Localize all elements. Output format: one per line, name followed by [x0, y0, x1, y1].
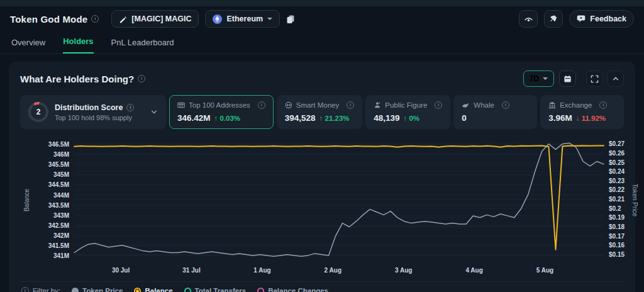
holder-stat-cards: 2 Distribution Scorei Top 100 hold 98% s…: [20, 95, 624, 129]
svg-text:30 Jul: 30 Jul: [112, 267, 130, 274]
svg-text:3 Aug: 3 Aug: [395, 267, 412, 274]
svg-text:31 Jul: 31 Jul: [182, 267, 201, 274]
pin-icon: [549, 14, 558, 23]
distribution-score-card[interactable]: 2 Distribution Scorei Top 100 hold 98% s…: [20, 95, 166, 129]
grid-icon: [177, 101, 185, 109]
top-strip: [0, 0, 644, 6]
collapse-button[interactable]: [607, 70, 624, 87]
pencil-icon: [119, 15, 127, 23]
card-change: ↓ 11.92%: [576, 115, 606, 122]
holders-panel: What Are Holders Doing? i 7D 2 Distribut…: [9, 62, 635, 292]
svg-text:344.5M: 344.5M: [48, 181, 69, 188]
info-icon[interactable]: i: [91, 15, 99, 23]
svg-text:$0.22: $0.22: [609, 186, 625, 193]
card-top-100-addresses[interactable]: Top 100 Addresses i 346.42M ↑ 0.03%: [169, 95, 274, 129]
svg-text:$0.24: $0.24: [609, 168, 625, 175]
legend-balance-changes[interactable]: Balance Changes: [257, 287, 328, 292]
svg-text:343M: 343M: [53, 212, 69, 219]
info-icon[interactable]: i: [502, 101, 509, 109]
copy-icon[interactable]: [286, 14, 295, 24]
svg-text:5 Aug: 5 Aug: [536, 267, 553, 274]
holders-chart[interactable]: 346.5M346M345.5M345M344.5M344M343.5M343M…: [20, 134, 624, 280]
watch-button[interactable]: [519, 10, 538, 28]
svg-text:342.5M: 342.5M: [48, 222, 69, 229]
card-change: ↑ 0.03%: [214, 115, 241, 122]
card-whale[interactable]: Whale i 0: [453, 95, 537, 129]
svg-text:344M: 344M: [53, 192, 69, 199]
card-value: 48,139: [374, 113, 399, 123]
fullscreen-button[interactable]: [586, 70, 603, 87]
svg-text:$0.23: $0.23: [609, 177, 625, 184]
legend-balance[interactable]: Balance: [134, 287, 172, 292]
tab-pnl-leaderboard[interactable]: PnL Leaderboard: [111, 38, 174, 53]
card-value: 346.42M: [177, 113, 211, 123]
svg-text:$0.2: $0.2: [609, 205, 621, 212]
chevron-down-icon: [543, 77, 548, 80]
card-change: ↑ 0%: [404, 115, 420, 122]
legend-total-transfers[interactable]: Total Transfers: [184, 287, 247, 292]
card-value: 0: [462, 113, 467, 123]
ethereum-icon: [213, 14, 222, 24]
svg-text:4 Aug: 4 Aug: [465, 267, 482, 274]
legend-token-price[interactable]: Token Price: [72, 287, 123, 292]
balance-price-chart[interactable]: 346.5M346M345.5M345M344.5M344M343.5M343M…: [20, 134, 641, 278]
info-icon[interactable]: i: [126, 104, 134, 111]
svg-text:342M: 342M: [53, 232, 69, 239]
nerd-face-icon: [285, 101, 292, 109]
tab-bar: Overview Holders PnL Leaderboard: [0, 31, 644, 54]
feedback-button[interactable]: Feedback: [569, 10, 634, 28]
svg-text:$0.15: $0.15: [609, 251, 625, 258]
info-icon[interactable]: i: [347, 101, 354, 109]
tab-overview[interactable]: Overview: [11, 38, 45, 53]
balance-changes-dot-icon: [257, 288, 264, 292]
card-value: 394,528: [285, 113, 316, 123]
svg-text:$0.21: $0.21: [609, 196, 625, 203]
svg-text:$0.26: $0.26: [609, 150, 625, 157]
svg-text:346M: 346M: [53, 151, 69, 158]
info-icon[interactable]: i: [138, 75, 145, 82]
series-filter-legend: i Filter by: Token Price Balance Total T…: [20, 281, 624, 292]
svg-text:$0.25: $0.25: [609, 159, 625, 166]
svg-text:346.5M: 346.5M: [48, 141, 69, 148]
svg-text:2 Aug: 2 Aug: [325, 267, 341, 274]
bank-icon: [548, 101, 556, 109]
card-change: ↑ 21.23%: [319, 115, 350, 122]
card-value: 3.96M: [548, 113, 572, 123]
card-exchange[interactable]: Exchange i 3.96M ↓ 11.92%: [540, 95, 624, 129]
chevron-down-icon[interactable]: [150, 108, 158, 116]
svg-text:343.5M: 343.5M: [48, 202, 69, 209]
token-price-dot-icon: [72, 288, 79, 292]
distribution-score-value: 2: [31, 104, 46, 120]
filter-by-label: Filter by:: [33, 287, 60, 292]
info-icon[interactable]: i: [599, 101, 607, 109]
distribution-score-gauge: 2: [28, 102, 48, 122]
svg-text:$0.17: $0.17: [609, 233, 625, 240]
calendar-button[interactable]: [559, 70, 576, 87]
chain-selector[interactable]: Ethereum: [205, 10, 280, 28]
svg-text:341.5M: 341.5M: [48, 242, 69, 249]
page-title: Token God Mode: [10, 14, 87, 25]
svg-text:345.5M: 345.5M: [48, 161, 69, 168]
svg-text:1 Aug: 1 Aug: [253, 267, 270, 274]
svg-text:Balance: Balance: [23, 188, 30, 211]
balance-dot-icon: [134, 288, 141, 292]
info-icon[interactable]: i: [435, 101, 442, 109]
pin-button[interactable]: [544, 10, 563, 28]
card-public-figure[interactable]: Public Figure i 48,139 ↑ 0%: [365, 95, 450, 129]
card-smart-money[interactable]: Smart Money i 394,528 ↑ 21.23%: [277, 95, 362, 129]
svg-text:341M: 341M: [53, 252, 69, 259]
speech-bubble-icon: [577, 14, 586, 23]
date-range-selector[interactable]: 7D: [523, 70, 554, 87]
person-star-icon: [374, 101, 381, 109]
svg-text:$0.16: $0.16: [609, 242, 625, 249]
tab-holders[interactable]: Holders: [63, 36, 93, 53]
distribution-subtitle: Top 100 hold 98% supply: [55, 114, 144, 121]
whale-icon: [462, 101, 470, 109]
info-icon[interactable]: i: [258, 101, 265, 109]
info-icon[interactable]: i: [21, 287, 29, 292]
token-select-button[interactable]: [MAGIC] MAGIC: [111, 10, 199, 28]
chevron-down-icon: [267, 18, 272, 20]
header: Token God Mode i [MAGIC] MAGIC Ethereum: [0, 6, 644, 31]
panel-title: What Are Holders Doing?: [20, 74, 134, 84]
total-transfers-dot-icon: [184, 288, 191, 292]
